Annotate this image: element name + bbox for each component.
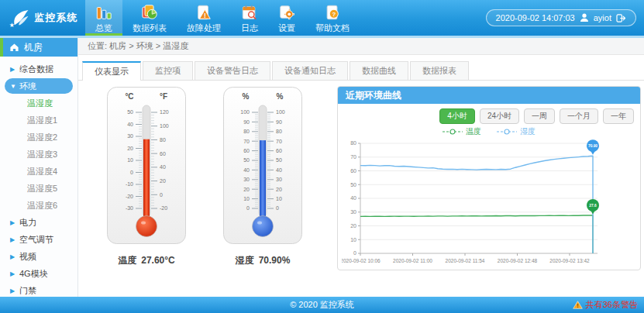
chart-panel-title: 近期环境曲线	[338, 87, 640, 104]
svg-text:0: 0	[160, 192, 163, 198]
humidity-thermometer: % % 100908070605040302010010090807060504…	[222, 86, 303, 248]
sidebar-group-item[interactable]: ▼环境	[5, 78, 73, 94]
tab[interactable]: 设备警告日志	[195, 61, 270, 80]
sidebar-item-label: 环境	[19, 81, 36, 92]
sidebar-leaf-item[interactable]: 温湿度4	[0, 163, 77, 180]
nav-label: 设置	[278, 22, 295, 34]
svg-text:-20: -20	[126, 194, 133, 199]
svg-text:10: 10	[276, 196, 282, 201]
svg-text:-10: -10	[126, 181, 133, 187]
svg-text:%: %	[243, 92, 250, 101]
nav-item-data-list[interactable]: 数据列表	[122, 0, 177, 36]
svg-text:30: 30	[243, 177, 250, 182]
range-button-row: 4小时24小时一周一个月一年	[338, 104, 640, 124]
svg-text:70: 70	[243, 139, 250, 144]
svg-text:60: 60	[243, 148, 250, 153]
tab[interactable]: 数据报表	[410, 61, 469, 80]
svg-text:2020-09-02 10:06: 2020-09-02 10:06	[342, 258, 381, 263]
sidebar-group-item[interactable]: ▶电力	[0, 214, 77, 231]
range-button[interactable]: 一年	[603, 108, 634, 124]
svg-text:70: 70	[276, 139, 282, 144]
svg-text:90: 90	[276, 119, 282, 125]
temperature-readout: 温度27.60°C	[118, 254, 175, 267]
nav-label: 总览	[95, 22, 112, 34]
data-list-icon	[141, 4, 158, 21]
svg-text:20: 20	[350, 223, 356, 229]
svg-text:0: 0	[246, 205, 250, 211]
range-button[interactable]: 4小时	[439, 108, 475, 124]
svg-text:30: 30	[127, 133, 133, 139]
tab[interactable]: 监控项	[143, 61, 193, 80]
svg-text:?: ?	[332, 11, 336, 18]
nav-label: 日志	[241, 22, 258, 34]
svg-text:100: 100	[240, 109, 250, 115]
svg-text:10: 10	[350, 237, 356, 242]
svg-text:40: 40	[350, 195, 356, 201]
sidebar-group-item[interactable]: ▶视频	[0, 248, 77, 265]
svg-text:2020-09-02 11:54: 2020-09-02 11:54	[446, 258, 485, 263]
range-button[interactable]: 一个月	[560, 108, 598, 124]
sidebar-tree: ▶综合数据▼环境温湿度温湿度1温湿度2温湿度3温湿度4温湿度5温湿度6▶电力▶空…	[0, 60, 77, 299]
legend-label: 湿度	[520, 126, 536, 137]
svg-text:27.6: 27.6	[589, 204, 597, 208]
svg-text:40: 40	[127, 122, 133, 127]
logout-icon[interactable]	[616, 14, 626, 22]
sidebar-leaf-item[interactable]: 温湿度2	[0, 129, 77, 146]
svg-text:20: 20	[160, 178, 166, 184]
breadcrumb: 位置: 机房 > 环境 > 温湿度	[78, 38, 644, 55]
svg-text:100: 100	[160, 123, 169, 129]
main-nav: 总览 数据列表 ! 故障处理	[85, 0, 360, 36]
svg-text:40: 40	[160, 164, 166, 170]
nav-item-log[interactable]: 日志	[231, 0, 268, 36]
sidebar-group-item[interactable]: ▶综合数据	[0, 60, 77, 77]
tab[interactable]: 设备通知日志	[272, 61, 348, 80]
legend-marker-icon	[443, 129, 463, 135]
warning-status[interactable]: ! 共有36条警告	[573, 297, 638, 313]
sidebar-leaf-item[interactable]: 温湿度	[0, 95, 77, 112]
sidebar-leaf-item[interactable]: 温湿度3	[0, 146, 77, 163]
svg-text:60: 60	[160, 151, 166, 156]
nav-item-overview[interactable]: 总览	[85, 0, 122, 36]
logo-swoosh-icon: ★	[8, 9, 31, 28]
log-calendar-icon	[241, 4, 258, 21]
main-area: 位置: 机房 > 环境 > 温湿度 仪表显示监控项设备警告日志设备通知日志数据曲…	[78, 38, 644, 297]
tab[interactable]: 数据曲线	[350, 61, 408, 80]
tab[interactable]: 仪表显示	[82, 61, 141, 81]
nav-item-settings[interactable]: 设置	[268, 0, 305, 36]
legend-marker-icon	[497, 129, 517, 135]
svg-text:2020-09-02 11:00: 2020-09-02 11:00	[393, 258, 432, 263]
nav-item-help[interactable]: ? 帮助文档	[305, 0, 360, 36]
sidebar-root-label: 机房	[24, 41, 43, 54]
settings-gear-icon	[278, 4, 295, 21]
svg-text:-20: -20	[160, 205, 167, 211]
sidebar-leaf-item[interactable]: 温湿度6	[0, 197, 77, 214]
range-button[interactable]: 24小时	[480, 108, 519, 124]
sidebar-item-label: 温湿度	[27, 98, 53, 109]
legend-item[interactable]: 湿度	[497, 126, 536, 137]
chevron-right-icon: ▶	[10, 287, 19, 294]
home-icon	[9, 43, 19, 52]
legend-item[interactable]: 温度	[443, 126, 481, 137]
star-icon: ★	[9, 21, 14, 27]
sidebar-group-item[interactable]: ▶4G模块	[0, 265, 77, 282]
tab-content: °C °F 50403020100-10-20-3012010080604020…	[78, 81, 644, 297]
sidebar-item-label: 温湿度6	[27, 200, 57, 212]
sidebar-leaf-item[interactable]: 温湿度1	[0, 112, 77, 129]
sidebar-leaf-item[interactable]: 温湿度5	[0, 180, 77, 197]
copyright-text: © 2020 监控系统	[290, 299, 354, 311]
svg-text:60: 60	[276, 148, 282, 153]
chevron-right-icon: ▶	[10, 236, 19, 243]
legend-label: 温度	[466, 126, 481, 137]
sidebar-item-label: 温湿度3	[27, 149, 57, 160]
svg-text:2020-09-02 13:42: 2020-09-02 13:42	[549, 258, 590, 263]
svg-text:°F: °F	[160, 92, 167, 101]
sidebar-group-item[interactable]: ▶空气调节	[0, 231, 77, 248]
sidebar-header[interactable]: 机房	[0, 38, 77, 57]
svg-text:30: 30	[276, 177, 282, 182]
nav-item-fault[interactable]: ! 故障处理	[177, 0, 231, 36]
range-button[interactable]: 一周	[524, 108, 555, 124]
chevron-right-icon: ▶	[10, 270, 19, 277]
user-icon	[580, 13, 589, 22]
fault-warning-icon: !	[195, 4, 212, 21]
chevron-right-icon: ▶	[10, 219, 19, 226]
